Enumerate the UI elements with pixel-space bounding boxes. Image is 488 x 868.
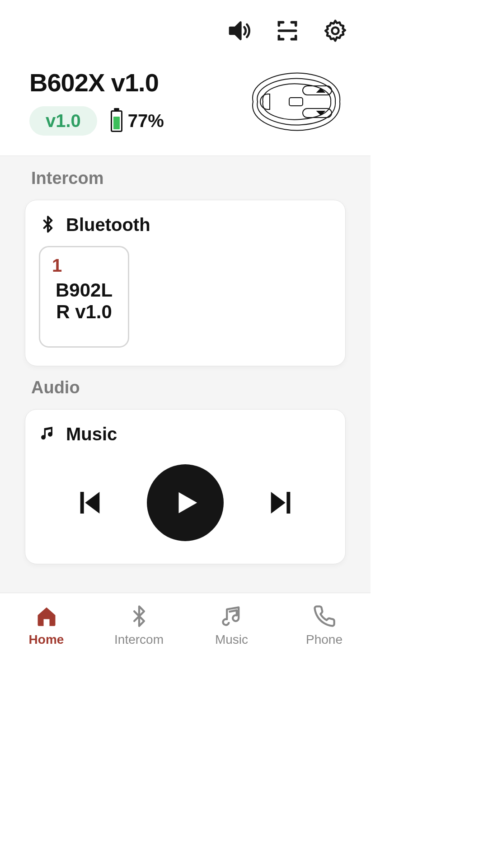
home-icon	[35, 604, 58, 630]
tab-phone-label: Phone	[306, 632, 343, 647]
tab-intercom-label: Intercom	[114, 632, 164, 647]
previous-track-button[interactable]	[72, 482, 108, 523]
firmware-version-badge[interactable]: v1.0	[29, 106, 97, 136]
tab-phone[interactable]: Phone	[278, 593, 371, 658]
svg-point-2	[332, 28, 339, 34]
tab-bar: Home Intercom Music Phone	[0, 593, 371, 658]
music-card: Music	[25, 409, 346, 564]
intercom-section-label: Intercom	[31, 169, 346, 188]
paired-device-name: B902L R v1.0	[56, 279, 113, 323]
svg-marker-7	[85, 492, 99, 514]
bluetooth-card-title: Bluetooth	[66, 215, 150, 235]
svg-marker-4	[317, 89, 324, 92]
device-title: B602X v1.0	[29, 68, 164, 97]
tab-music-label: Music	[215, 632, 248, 647]
svg-rect-10	[286, 492, 290, 514]
svg-marker-8	[178, 492, 197, 514]
settings-gear-icon[interactable]	[323, 18, 348, 45]
volume-icon[interactable]	[227, 18, 252, 45]
battery-percentage: 77%	[128, 111, 164, 131]
music-note-icon	[220, 604, 244, 630]
phone-icon	[313, 604, 336, 630]
paired-device-1[interactable]: 1 B902L R v1.0	[39, 246, 129, 348]
bluetooth-icon	[39, 215, 57, 235]
svg-rect-6	[80, 492, 84, 514]
music-note-icon	[39, 425, 57, 444]
device-illustration-icon	[239, 68, 343, 137]
svg-rect-3	[289, 98, 303, 106]
scan-icon[interactable]	[275, 18, 300, 45]
battery-indicator: 77%	[111, 110, 164, 132]
tab-music[interactable]: Music	[185, 593, 278, 658]
audio-section-label: Audio	[31, 378, 346, 397]
bluetooth-card: Bluetooth 1 B902L R v1.0	[25, 200, 346, 366]
next-track-button[interactable]	[263, 482, 299, 523]
play-button[interactable]	[147, 464, 224, 541]
svg-marker-5	[317, 111, 324, 115]
battery-icon	[111, 110, 122, 132]
device-header: B602X v1.0 v1.0 77%	[0, 63, 371, 156]
music-card-title: Music	[66, 424, 117, 444]
tab-home[interactable]: Home	[0, 593, 93, 658]
svg-marker-0	[230, 22, 240, 39]
bluetooth-icon	[127, 604, 151, 630]
paired-device-index: 1	[52, 255, 62, 276]
tab-home-label: Home	[29, 632, 64, 647]
tab-intercom[interactable]: Intercom	[93, 593, 185, 658]
svg-marker-9	[271, 492, 286, 514]
